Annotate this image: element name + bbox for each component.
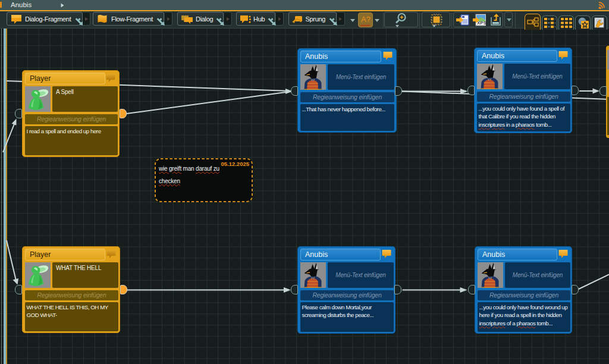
svg-text:XPS: XPS	[477, 20, 486, 26]
